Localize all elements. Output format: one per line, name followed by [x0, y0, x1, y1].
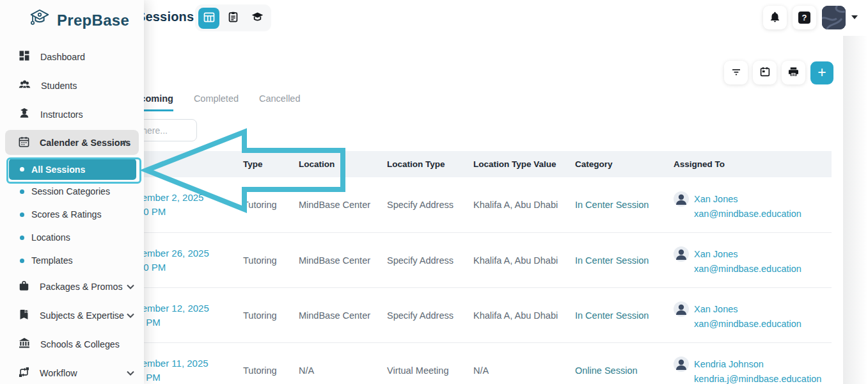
sidebar-subitem-templates[interactable]: Templates [0, 249, 144, 272]
help-button[interactable]: ? [793, 6, 816, 29]
location-type-value-cell: Khalifa A, Abu Dhabi [473, 200, 575, 210]
sidebar-item-workflow[interactable]: Workflow [0, 358, 144, 384]
plus-icon: + [817, 65, 826, 80]
clipboard-icon [227, 11, 239, 25]
assignee-email-link[interactable]: xan@mindbase.education [694, 264, 832, 274]
topbar-right: ? [763, 6, 858, 29]
bell-icon [769, 11, 781, 25]
category-cell: In Center Session [575, 200, 674, 210]
date-range-button[interactable] [753, 61, 777, 84]
header-type: Type [243, 159, 299, 169]
assignee-name-link[interactable]: Kendria Johnson [694, 359, 764, 369]
category-cell: In Center Session [575, 310, 674, 321]
students-icon [18, 78, 31, 93]
sidebar-item-schools-colleges[interactable]: Schools & Colleges [0, 330, 144, 358]
sidebar-item-packages-promos[interactable]: Packages & Promos [0, 272, 144, 301]
sidebar-item-instructors[interactable]: Instructors [0, 100, 144, 129]
location-type-cell: Specify Address [387, 310, 473, 321]
location-cell: MindBase Center [299, 310, 387, 321]
add-session-button[interactable]: + [810, 61, 833, 84]
chevron-down-icon [127, 313, 134, 318]
assignee-email-link[interactable]: kendria.j@mindbase.education [694, 374, 832, 384]
category-cell: In Center Session [575, 255, 674, 266]
sidebar-item-subjects-expertise[interactable]: Subjects & Expertise [0, 301, 144, 330]
header-location-type: Location Type [387, 159, 473, 169]
assignee-avatar-icon [674, 301, 689, 317]
header-location-type-value: Location Type Value [473, 159, 575, 169]
tab-completed[interactable]: Completed [194, 93, 239, 111]
assignee-name-link[interactable]: Xan Jones [694, 304, 738, 314]
bullet-icon [20, 212, 24, 217]
location-cell: MindBase Center [299, 200, 387, 210]
bullet-icon [20, 189, 24, 194]
sidebar-item-dashboard[interactable]: Dashboard [0, 42, 144, 71]
bullet-icon [20, 167, 24, 172]
assigned-to-cell: Xan Jones xan@mindbase.education [674, 301, 832, 329]
page: All Sessions [0, 0, 868, 384]
sidebar-subitem-scores-ratings[interactable]: Scores & Ratings [0, 203, 144, 226]
type-cell: Tutoring [243, 255, 299, 266]
print-button[interactable] [782, 61, 805, 84]
instructor-icon [18, 107, 31, 122]
sidebar-subitem-session-categories[interactable]: Session Categories [0, 180, 144, 203]
user-avatar[interactable] [822, 6, 846, 29]
bullet-icon [20, 259, 24, 263]
assignee-email-link[interactable]: xan@mindbase.education [694, 319, 832, 329]
assignee-avatar-icon [674, 246, 689, 262]
sidebar-nav: Dashboard Students Instructors Calender … [0, 42, 144, 384]
location-type-cell: Specify Address [387, 255, 473, 266]
brand: PrepBase [0, 0, 144, 34]
calendar-icon [759, 66, 771, 79]
header-category: Category [575, 159, 674, 169]
chevron-up-icon [122, 140, 129, 145]
view-toggle-group [195, 4, 271, 31]
location-type-cell: Specify Address [387, 200, 473, 210]
bag-icon [18, 280, 30, 294]
brand-logo-icon [28, 7, 51, 34]
sidebar-item-calender-sessions[interactable]: Calender & Sessions [5, 130, 139, 155]
location-type-value-cell: N/A [473, 365, 575, 376]
table-view-button[interactable] [198, 8, 219, 29]
type-cell: Tutoring [243, 365, 299, 376]
assignee-name-link[interactable]: Xan Jones [694, 249, 738, 259]
dashboard-icon [18, 49, 31, 64]
assignee-email-link[interactable]: xan@mindbase.education [694, 209, 832, 219]
instructor-view-button[interactable] [247, 8, 268, 29]
status-tabs: Upcoming Completed Cancelled [128, 93, 301, 111]
list-view-button[interactable] [223, 8, 244, 29]
assignee-avatar-icon [674, 191, 689, 207]
assignee-avatar-icon [674, 356, 689, 372]
header-location: Location [299, 159, 387, 169]
category-cell: Online Session [575, 365, 674, 376]
workflow-icon [18, 366, 30, 380]
help-icon: ? [798, 12, 810, 24]
bank-icon [18, 337, 31, 351]
brand-name: PrepBase [57, 12, 129, 29]
filter-icon [730, 66, 742, 79]
assigned-to-cell: Xan Jones xan@mindbase.education [674, 246, 832, 274]
location-type-value-cell: Khalifa A, Abu Dhabi [473, 310, 575, 321]
sidebar-item-students[interactable]: Students [0, 71, 144, 100]
calendar-sessions-icon [18, 136, 30, 150]
assignee-name-link[interactable]: Xan Jones [694, 194, 738, 204]
user-menu-caret-icon[interactable] [851, 15, 858, 20]
right-edge-fade [843, 36, 868, 384]
table-actions: + [724, 61, 833, 84]
notifications-button[interactable] [763, 6, 787, 29]
type-cell: Tutoring [243, 200, 299, 210]
bullet-icon [20, 236, 24, 240]
calender-sessions-submenu: All Sessions Session Categories Scores &… [0, 159, 144, 272]
sidebar-subitem-locations[interactable]: Locations [0, 226, 144, 249]
printer-icon [787, 66, 800, 80]
location-cell: MindBase Center [299, 255, 387, 266]
sidebar-subitem-all-sessions[interactable]: All Sessions [9, 159, 136, 180]
sidebar: PrepBase Dashboard Students Instructors [0, 0, 144, 384]
location-type-value-cell: Khalifa A, Abu Dhabi [473, 255, 575, 266]
location-type-cell: Virtual Meeting [387, 365, 473, 376]
assigned-to-cell: Xan Jones xan@mindbase.education [674, 191, 832, 219]
assigned-to-cell: Kendria Johnson kendria.j@mindbase.educa… [674, 356, 832, 384]
location-cell: N/A [299, 365, 387, 376]
filter-button[interactable] [724, 61, 748, 84]
chevron-down-icon [127, 284, 134, 289]
tab-cancelled[interactable]: Cancelled [259, 93, 301, 111]
